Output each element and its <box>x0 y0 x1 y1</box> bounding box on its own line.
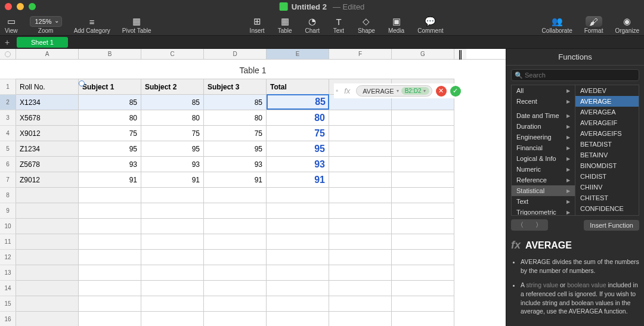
table-cell[interactable] <box>392 125 454 141</box>
col-G[interactable]: G <box>392 49 454 59</box>
col-E[interactable]: E <box>267 49 329 59</box>
table-cell[interactable] <box>204 265 267 280</box>
collaborate-button[interactable]: 👥Collaborate <box>542 16 572 34</box>
table-cell[interactable]: 93 <box>141 156 204 172</box>
table-cell[interactable]: Z1234 <box>16 141 79 156</box>
table-cell[interactable] <box>79 234 141 249</box>
header-B[interactable]: Subject 1 <box>79 79 141 94</box>
row-head[interactable]: 6 <box>0 156 16 172</box>
table-cell[interactable] <box>392 265 454 280</box>
table-cell[interactable] <box>392 187 454 203</box>
table-cell[interactable] <box>16 234 79 249</box>
table-cell[interactable] <box>204 311 267 326</box>
table-cell[interactable] <box>267 280 329 296</box>
category-item[interactable]: Trigonometric▶ <box>512 207 575 216</box>
table-cell[interactable] <box>329 141 392 156</box>
table-cell[interactable] <box>329 296 392 311</box>
col-A[interactable]: A <box>16 49 79 59</box>
table-cell[interactable]: Z5678 <box>16 156 79 172</box>
row-head[interactable]: 15 <box>0 296 16 311</box>
add-sheet-button[interactable]: + <box>0 38 14 47</box>
row-head[interactable]: 12 <box>0 249 16 265</box>
table-cell[interactable] <box>329 234 392 249</box>
comment-button[interactable]: 💬Comment <box>417 16 443 34</box>
category-item[interactable]: Logical & Info▶ <box>512 153 575 164</box>
header-C[interactable]: Subject 2 <box>141 79 204 94</box>
table-cell-total[interactable]: 91 <box>267 172 329 187</box>
prev-button[interactable]: 〈 <box>511 219 530 231</box>
table-cell[interactable] <box>392 203 454 218</box>
table-cell[interactable] <box>16 249 79 265</box>
table-cell[interactable] <box>79 249 141 265</box>
table-cell-total[interactable]: 95 <box>267 141 329 156</box>
function-item[interactable]: AVERAGEA <box>575 107 639 117</box>
function-list[interactable]: AVEDEVAVERAGEAVERAGEAAVERAGEIFAVERAGEIFS… <box>575 85 639 216</box>
table-cell-total[interactable]: 85 <box>267 94 329 110</box>
row-head[interactable]: 5 <box>0 141 16 156</box>
table-cell[interactable] <box>141 265 204 280</box>
table-cell-total[interactable]: 80 <box>267 110 329 125</box>
table-cell[interactable] <box>329 156 392 172</box>
table-cell[interactable] <box>16 187 79 203</box>
function-pill[interactable]: AVERAGE ▾ B2:D2▾ <box>356 85 432 97</box>
table-cell[interactable]: 93 <box>79 156 141 172</box>
table-cell[interactable] <box>392 296 454 311</box>
next-button[interactable]: 〉 <box>530 219 548 231</box>
table-cell[interactable] <box>329 172 392 187</box>
table-cell[interactable] <box>392 172 454 187</box>
header-E[interactable]: Total <box>267 79 329 94</box>
table-cell[interactable] <box>392 280 454 296</box>
function-item[interactable]: BETAINV <box>575 150 639 160</box>
table-cell[interactable] <box>267 296 329 311</box>
header-D[interactable]: Subject 3 <box>204 79 267 94</box>
shape-button[interactable]: ◇Shape <box>358 16 375 34</box>
add-category-button[interactable]: ≡Add Category <box>74 16 110 34</box>
selection-handle-top[interactable] <box>79 80 85 86</box>
pivot-table-button[interactable]: ▦Pivot Table <box>122 16 151 34</box>
table-cell[interactable] <box>329 218 392 234</box>
function-item[interactable]: AVERAGEIFS <box>575 128 639 139</box>
table-cell[interactable] <box>141 249 204 265</box>
col-B[interactable]: B <box>79 49 141 59</box>
row-head[interactable]: 14 <box>0 280 16 296</box>
table-cell[interactable] <box>204 249 267 265</box>
table-cell[interactable] <box>79 203 141 218</box>
table-cell[interactable] <box>392 156 454 172</box>
table-cell[interactable] <box>16 311 79 326</box>
format-button[interactable]: 🖌Format <box>584 16 603 34</box>
row-head[interactable]: 2 <box>0 94 16 110</box>
table-title[interactable]: Table 1 <box>0 60 506 79</box>
category-item[interactable]: Text▶ <box>512 196 575 207</box>
table-cell[interactable]: 93 <box>204 156 267 172</box>
range-pill[interactable]: B2:D2▾ <box>401 87 429 95</box>
category-item[interactable]: Reference▶ <box>512 175 575 185</box>
table-cell[interactable]: Z9012 <box>16 172 79 187</box>
table-cell[interactable] <box>141 311 204 326</box>
zoom-select[interactable]: 125% <box>30 16 62 27</box>
table-cell[interactable] <box>267 203 329 218</box>
table-cell[interactable]: 95 <box>79 141 141 156</box>
table-cell[interactable]: 80 <box>204 110 267 125</box>
table-cell[interactable] <box>329 265 392 280</box>
table-cell[interactable] <box>329 125 392 141</box>
table-cell[interactable] <box>204 234 267 249</box>
table-cell[interactable] <box>392 110 454 125</box>
function-item[interactable]: AVERAGE <box>575 96 639 107</box>
table-cell[interactable] <box>267 187 329 203</box>
table-cell-total[interactable]: 75 <box>267 125 329 141</box>
table-cell[interactable] <box>79 296 141 311</box>
table-cell[interactable] <box>392 141 454 156</box>
table-cell[interactable] <box>141 296 204 311</box>
category-item[interactable]: Date and Time▶ <box>512 110 575 121</box>
table-cell[interactable] <box>267 234 329 249</box>
row-head[interactable]: 13 <box>0 265 16 280</box>
table-cell[interactable]: 91 <box>141 172 204 187</box>
category-item[interactable]: Financial▶ <box>512 142 575 153</box>
table-cell[interactable] <box>16 265 79 280</box>
table-cell[interactable] <box>329 203 392 218</box>
table-cell[interactable]: 95 <box>141 141 204 156</box>
row-head[interactable]: 3 <box>0 110 16 125</box>
table-cell[interactable]: 85 <box>79 94 141 110</box>
table-cell[interactable] <box>141 187 204 203</box>
function-item[interactable]: BINOMDIST <box>575 160 639 171</box>
